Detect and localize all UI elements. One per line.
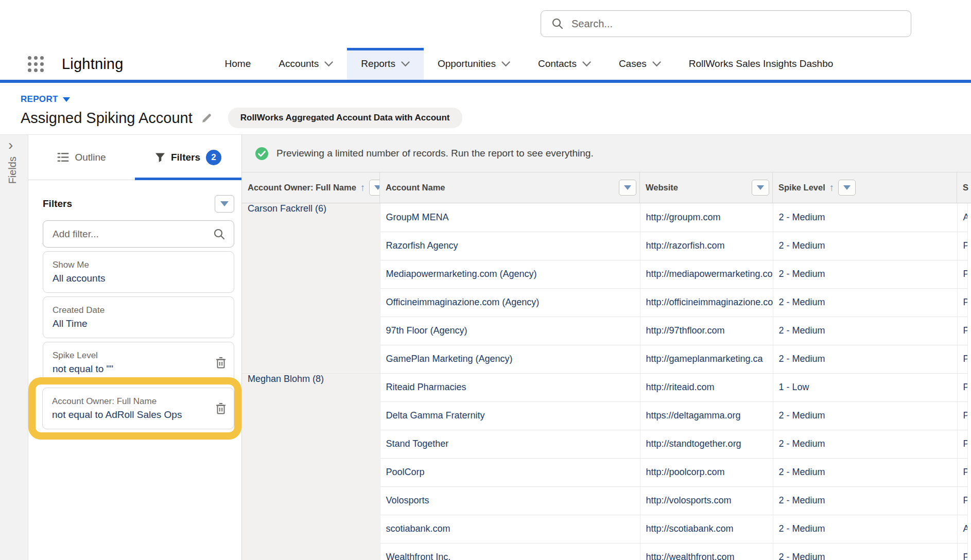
cell-website[interactable]: http://riteaid.com xyxy=(640,373,773,401)
cell-website[interactable]: http://mediapowermarketing.com xyxy=(640,260,773,288)
cell-truncated[interactable]: P xyxy=(957,543,967,560)
cell-truncated[interactable]: P xyxy=(957,486,967,515)
cell-truncated[interactable]: P xyxy=(957,373,967,401)
cell-spike-level[interactable]: 1 - Low xyxy=(773,373,957,401)
cell-spike-level[interactable]: 2 - Medium xyxy=(773,260,957,288)
cell-truncated[interactable]: P xyxy=(957,260,967,288)
nav-item-rollworks-sales-insights-dashbo[interactable]: RollWorks Sales Insights Dashbo xyxy=(675,48,847,80)
cell-account-name[interactable]: Volosports xyxy=(380,486,640,515)
cell-website[interactable]: http://razorfish.com xyxy=(640,232,773,260)
filters-menu-button[interactable] xyxy=(215,195,234,213)
add-filter-input[interactable]: Add filter... xyxy=(43,220,234,248)
tab-outline[interactable]: Outline xyxy=(28,135,135,180)
cell-spike-level[interactable]: 2 - Medium xyxy=(773,401,957,430)
filter-card-account-owner-full-name[interactable]: Account Owner: Full Namenot equal to AdR… xyxy=(42,388,234,429)
cell-account-name[interactable]: Riteaid Pharmacies xyxy=(380,373,640,401)
chevron-down-icon xyxy=(63,97,70,102)
fields-rail-label[interactable]: Fields xyxy=(7,156,19,184)
cell-spike-level[interactable]: 2 - Medium xyxy=(773,515,957,543)
nav-item-home[interactable]: Home xyxy=(211,48,265,80)
cell-spike-level[interactable]: 2 - Medium xyxy=(773,203,957,232)
nav-item-contacts[interactable]: Contacts xyxy=(524,48,605,80)
cell-truncated[interactable]: P xyxy=(957,317,967,345)
cell-spike-level[interactable]: 2 - Medium xyxy=(773,543,957,560)
column-header-label: Website xyxy=(646,183,678,192)
column-header-website[interactable]: Website xyxy=(640,172,773,203)
cell-truncated[interactable]: P xyxy=(957,401,967,430)
column-header-s[interactable]: S xyxy=(957,172,971,203)
filter-condition-value: All accounts xyxy=(53,271,208,285)
filter-card-show-me[interactable]: Show MeAll accounts xyxy=(43,251,234,293)
cell-account-name[interactable]: Mediapowermarketing.com (Agency) xyxy=(380,260,640,288)
report-preview: Previewing a limited number of records. … xyxy=(242,135,971,560)
cell-truncated[interactable]: P xyxy=(957,345,967,373)
filter-card-created-date[interactable]: Created DateAll Time xyxy=(43,296,234,338)
cell-spike-level[interactable]: 2 - Medium xyxy=(773,317,957,345)
nav-item-accounts[interactable]: Accounts xyxy=(265,48,347,80)
nav-item-cases[interactable]: Cases xyxy=(605,48,675,80)
nav-item-reports[interactable]: Reports xyxy=(347,48,424,80)
cell-account-name[interactable]: 97th Floor (Agency) xyxy=(380,317,640,345)
cell-account-name[interactable]: GroupM MENA xyxy=(380,203,640,232)
chevron-down-icon xyxy=(401,61,410,67)
cell-website[interactable]: http://standtogether.org xyxy=(640,430,773,458)
app-launcher-waffle-icon[interactable] xyxy=(24,54,47,74)
nav-item-label: Home xyxy=(225,58,251,69)
cell-truncated[interactable]: A xyxy=(957,203,967,232)
filter-field-label: Account Owner: Full Name xyxy=(52,395,208,408)
nav-item-opportunities[interactable]: Opportunities xyxy=(424,48,524,80)
cell-truncated[interactable]: P xyxy=(957,288,967,317)
column-header-account-name[interactable]: Account Name xyxy=(380,172,640,203)
cell-truncated[interactable]: P xyxy=(957,430,967,458)
report-eyebrow-label: REPORT xyxy=(21,94,58,104)
cell-account-name[interactable]: Stand Together xyxy=(380,430,640,458)
cell-website[interactable]: http://groupm.com xyxy=(640,203,773,232)
edit-title-pencil-icon[interactable] xyxy=(201,112,213,124)
cell-account-name[interactable]: Delta Gamma Fraternity xyxy=(380,401,640,430)
column-header-account-owner-full-name[interactable]: Account Owner: Full Name↑ xyxy=(242,172,380,203)
cell-truncated[interactable]: A xyxy=(957,515,967,543)
delete-filter-trash-icon[interactable] xyxy=(215,356,227,369)
column-menu-button[interactable] xyxy=(752,180,769,196)
cell-account-name[interactable]: Officineimmaginazione.com (Agency) xyxy=(380,288,640,317)
cell-website[interactable]: http://97thfloor.com xyxy=(640,317,773,345)
nav-item-label: Reports xyxy=(361,58,395,69)
sort-ascending-arrow-icon: ↑ xyxy=(829,182,835,194)
cell-account-name[interactable]: GamePlan Marketing (Agency) xyxy=(380,345,640,373)
expand-fields-chevron-icon[interactable]: › xyxy=(8,137,13,153)
cell-website[interactable]: http://gameplanmarketing.ca xyxy=(640,345,773,373)
cell-truncated[interactable]: P xyxy=(957,458,967,486)
cell-account-name[interactable]: PoolCorp xyxy=(380,458,640,486)
outline-list-icon xyxy=(57,152,69,162)
cell-spike-level[interactable]: 2 - Medium xyxy=(773,345,957,373)
cell-website[interactable]: http://wealthfront.com xyxy=(640,543,773,560)
cell-account-name[interactable]: Wealthfront Inc. xyxy=(380,543,640,560)
cell-spike-level[interactable]: 2 - Medium xyxy=(773,430,957,458)
cell-account-name[interactable]: scotiabank.com xyxy=(380,515,640,543)
cell-website[interactable]: https://deltagamma.org xyxy=(640,401,773,430)
chevron-down-icon xyxy=(324,61,333,67)
cell-website[interactable]: http://officineimmaginazione.com xyxy=(640,288,773,317)
column-menu-button[interactable] xyxy=(619,180,636,196)
report-type-badge: RollWorks Aggregated Account Data with A… xyxy=(228,108,462,128)
cell-spike-level[interactable]: 2 - Medium xyxy=(773,232,957,260)
cell-website[interactable]: http://scotiabank.com xyxy=(640,515,773,543)
delete-filter-trash-icon[interactable] xyxy=(215,402,227,415)
cell-website[interactable]: http://volosports.com xyxy=(640,486,773,515)
column-header-label: Account Name xyxy=(386,183,445,192)
cell-website[interactable]: http://poolcorp.com xyxy=(640,458,773,486)
global-search-input[interactable]: Search... xyxy=(541,10,911,37)
cell-spike-level[interactable]: 2 - Medium xyxy=(773,458,957,486)
cell-truncated[interactable]: P xyxy=(957,232,967,260)
report-type-switcher[interactable]: REPORT xyxy=(21,94,70,104)
cell-spike-level[interactable]: 2 - Medium xyxy=(773,288,957,317)
filter-field-label: Created Date xyxy=(53,304,208,317)
cell-account-name[interactable]: Razorfish Agency xyxy=(380,232,640,260)
nav-item-label: Opportunities xyxy=(438,58,496,69)
column-header-spike-level[interactable]: Spike Level↑ xyxy=(773,172,957,203)
cell-spike-level[interactable]: 2 - Medium xyxy=(773,486,957,515)
chevron-down-icon xyxy=(652,61,661,67)
column-menu-button[interactable] xyxy=(838,180,856,196)
column-menu-button[interactable] xyxy=(369,180,380,196)
tab-filters[interactable]: Filters2 xyxy=(135,135,241,180)
